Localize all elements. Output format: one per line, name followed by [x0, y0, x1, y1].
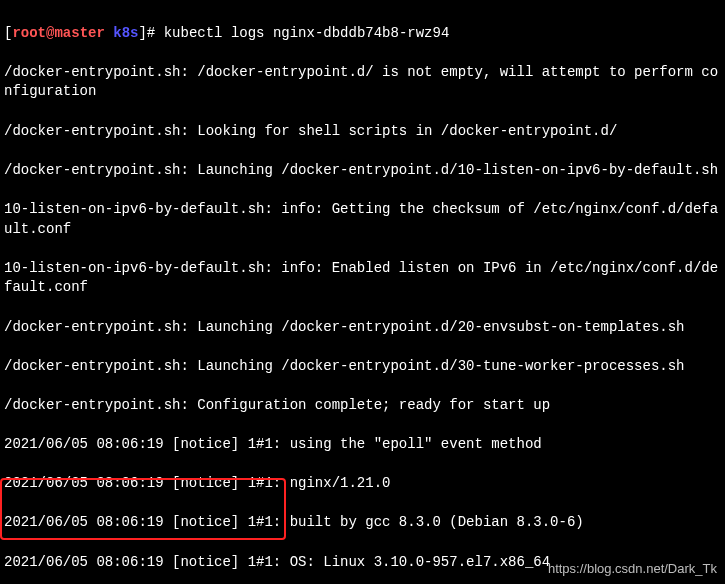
prompt-symbol: ]#: [138, 25, 163, 41]
log-line: /docker-entrypoint.sh: /docker-entrypoin…: [4, 63, 721, 102]
command-text: kubectl logs nginx-dbddb74b8-rwz94: [164, 25, 450, 41]
log-line: /docker-entrypoint.sh: Launching /docker…: [4, 161, 721, 181]
log-line: /docker-entrypoint.sh: Launching /docker…: [4, 357, 721, 377]
log-line: /docker-entrypoint.sh: Launching /docker…: [4, 318, 721, 338]
log-line: 10-listen-on-ipv6-by-default.sh: info: G…: [4, 200, 721, 239]
log-line: 2021/06/05 08:06:19 [notice] 1#1: using …: [4, 435, 721, 455]
prompt-user: root: [12, 25, 46, 41]
log-line: /docker-entrypoint.sh: Looking for shell…: [4, 122, 721, 142]
command-line: [root@master k8s]# kubectl logs nginx-db…: [4, 24, 721, 44]
log-line: /docker-entrypoint.sh: Configuration com…: [4, 396, 721, 416]
log-line: 2021/06/05 08:06:19 [notice] 1#1: nginx/…: [4, 474, 721, 494]
log-line: 2021/06/05 08:06:19 [notice] 1#1: built …: [4, 513, 721, 533]
watermark-text: https://blog.csdn.net/Dark_Tk: [548, 560, 717, 578]
prompt-path: k8s: [105, 25, 139, 41]
log-line: 10-listen-on-ipv6-by-default.sh: info: E…: [4, 259, 721, 298]
terminal-output[interactable]: [root@master k8s]# kubectl logs nginx-db…: [0, 0, 725, 584]
prompt-host: master: [54, 25, 104, 41]
